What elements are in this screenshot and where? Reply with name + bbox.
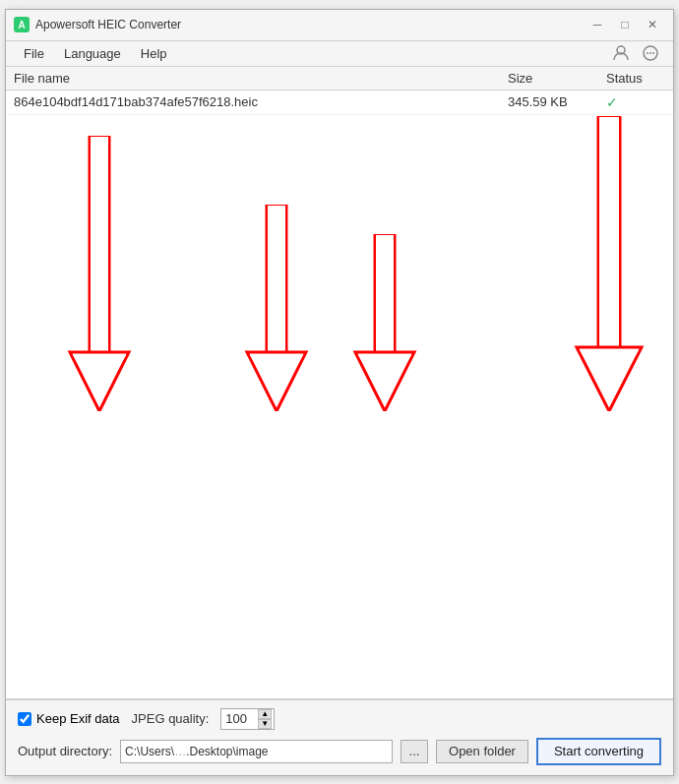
svg-marker-16 [358, 355, 411, 401]
svg-rect-13 [375, 234, 395, 352]
svg-point-4 [652, 52, 654, 54]
table-header: File name Size Status [6, 67, 673, 90]
arrow-1 [60, 136, 139, 411]
window-title: Apowersoft HEIC Converter [35, 18, 181, 31]
controls-row1: Keep Exif data JPEG quality: 100 ▲ ▼ [6, 700, 673, 738]
user-icon[interactable] [610, 42, 632, 64]
bottom-area: Keep Exif data JPEG quality: 100 ▲ ▼ Out… [6, 699, 673, 775]
svg-rect-5 [90, 136, 109, 352]
menu-help[interactable]: Help [131, 43, 177, 64]
col-size-header: Size [508, 71, 606, 86]
file-status-cell: ✓ [606, 94, 665, 110]
menu-items: File Language Help [14, 43, 177, 64]
menu-bar: File Language Help [6, 41, 673, 67]
menu-file[interactable]: File [14, 43, 54, 64]
minimize-button[interactable]: ─ [585, 15, 610, 34]
file-name-cell: 864e104bdf14d171bab374afe57f6218.heic [14, 94, 508, 109]
browse-button[interactable]: ... [401, 740, 428, 763]
jpeg-quality-value: 100 [225, 711, 247, 726]
svg-rect-9 [267, 205, 286, 352]
svg-marker-8 [73, 355, 126, 401]
col-status-header: Status [606, 71, 665, 86]
keep-exif-label[interactable]: Keep Exif data [18, 711, 120, 726]
title-bar-controls: ─ □ ✕ [585, 15, 665, 34]
title-bar-left: A Apowersoft HEIC Converter [14, 17, 181, 32]
chat-icon[interactable] [640, 42, 661, 64]
output-directory-label: Output directory: [18, 744, 112, 758]
file-size-cell: 345.59 KB [508, 94, 606, 109]
svg-marker-7 [70, 352, 129, 411]
svg-rect-10 [268, 206, 285, 351]
svg-rect-17 [598, 116, 620, 347]
main-window: A Apowersoft HEIC Converter ─ □ ✕ File L… [5, 9, 674, 776]
controls-row2: Output directory: C:\Users\….Desktop\ima… [6, 738, 673, 775]
svg-point-3 [649, 52, 651, 54]
spin-down-button[interactable]: ▼ [258, 719, 272, 729]
table-row[interactable]: 864e104bdf14d171bab374afe57f6218.heic 34… [6, 90, 673, 115]
close-button[interactable]: ✕ [640, 15, 665, 34]
output-path-suffix: … [174, 745, 186, 758]
spin-buttons: ▲ ▼ [258, 709, 272, 729]
svg-marker-12 [250, 355, 303, 401]
output-path-field[interactable]: C:\Users\….Desktop\image [120, 740, 393, 763]
svg-marker-20 [580, 350, 639, 401]
open-folder-button[interactable]: Open folder [436, 740, 528, 763]
arrow-3 [345, 234, 424, 411]
arrows-overlay [6, 106, 673, 698]
title-bar: A Apowersoft HEIC Converter ─ □ ✕ [6, 10, 673, 41]
svg-marker-19 [577, 347, 642, 411]
app-icon: A [14, 17, 30, 32]
spin-up-button[interactable]: ▲ [258, 709, 272, 719]
svg-rect-6 [91, 137, 108, 351]
svg-rect-14 [376, 235, 394, 351]
menu-right-icons [610, 42, 661, 64]
arrow-4 [567, 116, 655, 411]
jpeg-quality-label: JPEG quality: [132, 711, 210, 726]
keep-exif-checkbox[interactable] [18, 712, 31, 726]
svg-marker-15 [355, 352, 414, 411]
file-table-container: File name Size Status 864e104bdf14d171ba… [6, 67, 673, 699]
jpeg-quality-spinbox[interactable]: 100 ▲ ▼ [220, 708, 275, 730]
arrow-2 [237, 205, 316, 411]
svg-point-2 [647, 52, 648, 54]
menu-language[interactable]: Language [54, 43, 131, 64]
col-filename-header: File name [14, 71, 508, 86]
svg-marker-11 [247, 352, 306, 411]
svg-rect-18 [599, 117, 619, 346]
start-converting-button[interactable]: Start converting [536, 738, 661, 765]
maximize-button[interactable]: □ [612, 15, 638, 34]
